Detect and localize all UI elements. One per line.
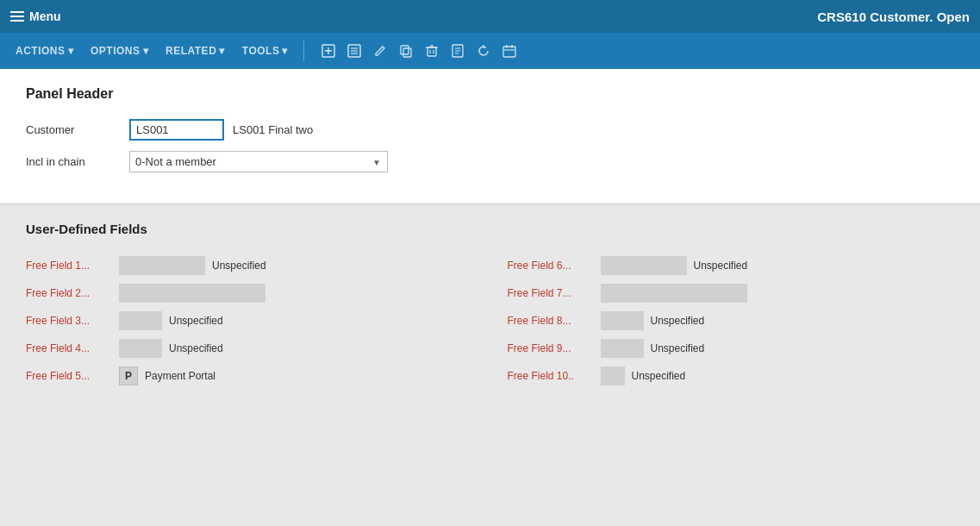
udf-label-7[interactable]: Free Field 7... [508,287,594,299]
customer-input[interactable] [129,119,224,141]
document-icon[interactable] [446,39,470,63]
chain-select-wrapper: 0-Not a member [129,151,388,172]
customer-name: LS001 Final two [233,123,313,136]
chain-label: Incl in chain [26,155,129,168]
udf-input-10[interactable] [601,366,625,385]
menu-label: Menu [29,9,61,23]
udf-label-6[interactable]: Free Field 6... [508,260,594,272]
svg-rect-9 [428,47,436,56]
chain-select[interactable]: 0-Not a member [129,151,388,172]
action-bar: ACTIONS ▾ OPTIONS ▾ RELATED ▾ TOOLS ▾ [0,33,980,69]
udf-input-4[interactable] [119,339,162,358]
chevron-down-icon: ▾ [68,45,74,57]
udf-label-5[interactable]: Free Field 5... [26,370,112,382]
udf-row-2: Free Field 2... [26,279,473,307]
top-bar: Menu CRS610 Customer. Open [0,0,980,33]
udf-value-10: Unspecified [632,370,686,382]
chevron-down-icon: ▾ [143,45,149,57]
udf-input-7[interactable] [601,284,747,303]
hamburger-icon [10,11,24,22]
udf-value-3: Unspecified [169,315,223,327]
udf-label-8[interactable]: Free Field 8... [508,315,594,327]
udf-input-1[interactable] [119,256,205,275]
divider [303,41,304,61]
udf-label-10[interactable]: Free Field 10.. [508,370,594,382]
udf-value-9: Unspecified [651,342,705,354]
udf-label-9[interactable]: Free Field 9... [508,342,594,354]
udf-label-2[interactable]: Free Field 2... [26,287,112,299]
copy-icon[interactable] [394,39,418,63]
app-title: CRS610 Customer. Open [817,9,970,24]
customer-label: Customer [26,123,129,136]
chevron-down-icon: ▾ [219,45,225,57]
udf-value-6: Unspecified [694,260,748,272]
udf-title: User-Defined Fields [26,222,954,236]
udf-input-5-p[interactable]: P [119,366,138,385]
related-menu[interactable]: RELATED ▾ [159,41,232,60]
tools-menu[interactable]: TOOLS ▾ [235,41,295,60]
panel-header: Panel Header [26,86,954,102]
add-icon[interactable] [316,39,340,63]
edit-icon[interactable] [368,39,392,63]
udf-left-column: Free Field 1... Unspecified Free Field 2… [26,252,473,390]
chain-row: Incl in chain 0-Not a member [26,151,954,172]
svg-rect-7 [403,48,411,57]
udf-row-6: Free Field 6... Unspecified [508,252,955,279]
delete-icon[interactable] [420,39,444,63]
list-icon[interactable] [342,39,366,63]
udf-row-5: Free Field 5... P Payment Portal [26,362,473,390]
menu-button[interactable]: Menu [10,9,61,23]
svg-rect-8 [401,46,409,54]
svg-rect-18 [503,47,515,57]
udf-row-10: Free Field 10.. Unspecified [508,362,955,390]
udf-right-column: Free Field 6... Unspecified Free Field 7… [508,252,955,390]
udf-section: User-Defined Fields Free Field 1... Unsp… [0,204,980,407]
udf-value-4: Unspecified [169,342,223,354]
udf-grid: Free Field 1... Unspecified Free Field 2… [26,252,954,390]
chevron-down-icon: ▾ [282,45,288,57]
customer-row: Customer LS001 Final two [26,119,954,141]
udf-value-1: Unspecified [212,260,266,272]
udf-input-2[interactable] [119,284,265,303]
udf-input-3[interactable] [119,311,162,330]
actions-menu[interactable]: ACTIONS ▾ [9,41,80,60]
udf-row-4: Free Field 4... Unspecified [26,335,473,362]
options-menu[interactable]: OPTIONS ▾ [84,41,155,60]
udf-label-4[interactable]: Free Field 4... [26,342,112,354]
udf-row-3: Free Field 3... Unspecified [26,307,473,335]
udf-row-1: Free Field 1... Unspecified [26,252,473,279]
udf-row-8: Free Field 8... Unspecified [508,307,955,335]
calendar-icon[interactable] [497,39,521,63]
udf-value-8: Unspecified [651,315,705,327]
refresh-icon[interactable] [471,39,496,63]
udf-input-9[interactable] [601,339,644,358]
udf-label-1[interactable]: Free Field 1... [26,260,112,272]
udf-row-9: Free Field 9... Unspecified [508,335,955,362]
udf-row-7: Free Field 7... [508,279,955,307]
panel-content: Panel Header Customer LS001 Final two In… [0,69,980,204]
udf-label-3[interactable]: Free Field 3... [26,315,112,327]
udf-value-5: Payment Portal [145,370,215,382]
udf-input-8[interactable] [601,311,644,330]
toolbar-icons [316,39,521,63]
udf-input-6[interactable] [601,256,687,275]
